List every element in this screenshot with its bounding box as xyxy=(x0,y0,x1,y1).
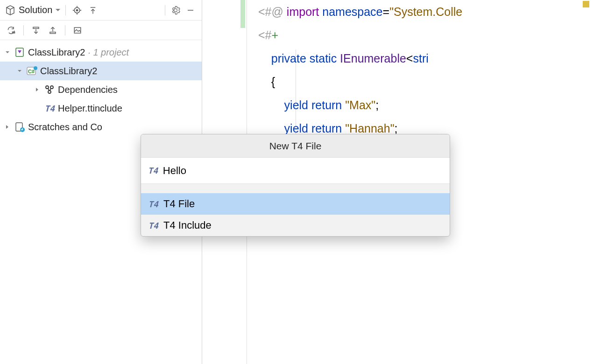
t4-file-icon: T4 xyxy=(148,221,159,231)
code-line: yield return "Max"; xyxy=(258,93,593,117)
expand-arrow-icon[interactable] xyxy=(4,50,11,55)
separator xyxy=(165,5,165,15)
tree-project[interactable]: C# ClassLibrary2 xyxy=(0,62,202,80)
svg-point-21 xyxy=(48,91,51,93)
csharp-project-icon: C# xyxy=(26,65,37,77)
template-label: T4 File xyxy=(163,198,195,210)
separator xyxy=(65,5,66,15)
expand-arrow-icon[interactable] xyxy=(34,87,41,92)
hide-panel-button[interactable] xyxy=(184,4,197,17)
t4-file-icon: T4 xyxy=(148,166,158,175)
code-line: { xyxy=(258,70,593,93)
gutter-highlight xyxy=(240,0,245,28)
popup-filename-row[interactable]: T4 xyxy=(141,158,450,184)
t4-file-icon: T4 xyxy=(148,199,159,209)
tree-file-helper[interactable]: T4 Helper.ttinclude xyxy=(0,99,202,118)
solution-file-icon xyxy=(14,47,25,58)
tree-label: Dependencies xyxy=(58,84,118,95)
tree-dependencies[interactable]: Dependencies xyxy=(0,80,202,99)
target-button[interactable] xyxy=(71,4,84,17)
solution-title-text: Solution xyxy=(19,5,52,15)
dependencies-icon xyxy=(44,84,55,95)
separator xyxy=(65,25,65,35)
separator xyxy=(23,25,24,35)
save-up-button[interactable] xyxy=(46,24,59,37)
collapse-button[interactable] xyxy=(86,4,99,17)
sidebar-header: Solution xyxy=(0,0,202,21)
svg-line-22 xyxy=(48,88,49,91)
tree-scratches[interactable]: Scratches and Co xyxy=(0,118,202,136)
settings-button[interactable] xyxy=(169,4,182,17)
image-view-button[interactable] xyxy=(71,24,84,37)
sidebar-toolbar xyxy=(0,21,202,40)
tree-solution-root[interactable]: ClassLibrary2 · 1 project xyxy=(0,43,202,62)
expand-arrow-icon[interactable] xyxy=(4,125,11,129)
tree-label: ClassLibrary2 xyxy=(28,47,85,58)
svg-line-23 xyxy=(50,88,51,91)
svg-point-18 xyxy=(34,66,37,70)
filename-input[interactable] xyxy=(163,165,443,177)
solution-title-dropdown[interactable]: Solution xyxy=(5,5,61,16)
template-option-t4file[interactable]: T4 T4 File xyxy=(141,193,450,215)
t4-file-icon: T4 xyxy=(44,103,55,114)
popup-title: New T4 File xyxy=(141,134,450,158)
scratches-icon xyxy=(14,121,25,133)
dropdown-triangle-icon xyxy=(55,8,61,12)
popup-divider xyxy=(141,184,450,193)
template-label: T4 Include xyxy=(163,219,212,231)
code-line: private static IEnumerable<stri xyxy=(258,47,593,70)
expand-arrow-icon[interactable] xyxy=(16,69,23,73)
svg-rect-12 xyxy=(50,32,56,33)
sync-button[interactable] xyxy=(5,24,18,37)
svg-text:C#: C# xyxy=(28,69,35,74)
template-option-t4include[interactable]: T4 T4 Include xyxy=(141,215,450,236)
template-list: T4 T4 File T4 T4 Include xyxy=(141,193,450,236)
save-down-button[interactable] xyxy=(29,24,42,37)
tree-label: Helper.ttinclude xyxy=(58,103,122,114)
svg-point-1 xyxy=(77,9,78,11)
svg-rect-10 xyxy=(33,27,39,28)
code-line: <#@ import namespace="System.Colle xyxy=(258,0,593,23)
solution-icon xyxy=(5,5,16,16)
tree-label: ClassLibrary2 xyxy=(40,66,97,77)
svg-rect-9 xyxy=(12,31,15,33)
new-file-popup: New T4 File T4 T4 T4 File T4 T4 Include xyxy=(141,134,450,237)
tree-hint: · 1 project xyxy=(88,47,129,58)
code-line: <#+ xyxy=(258,23,593,47)
tree-label: Scratches and Co xyxy=(28,122,102,133)
